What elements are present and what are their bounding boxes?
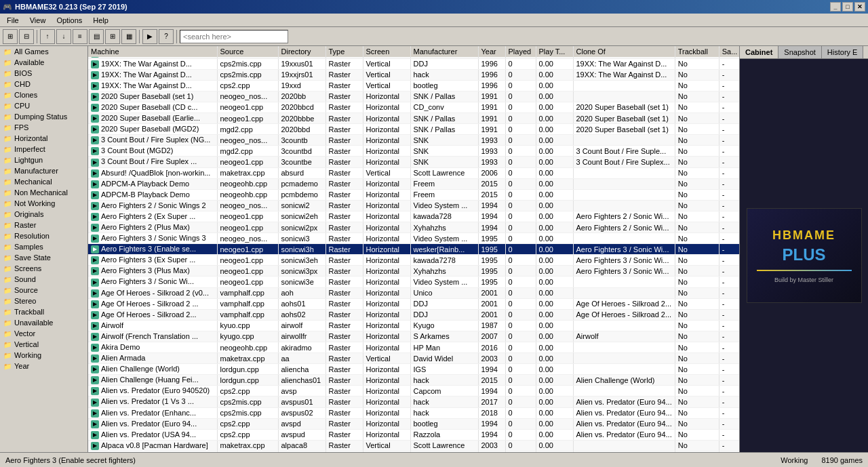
table-row[interactable]: ▶19XX: The War Against D...cps2mis.cpp19… (88, 69, 739, 80)
table-row[interactable]: ▶2020 Super Baseball (Earlie...neogeo1.c… (88, 113, 739, 124)
table-row[interactable]: ▶3 Count Bout / Fire Suplex ...neogeo1.c… (88, 157, 739, 167)
table-row[interactable]: ▶Aero Fighters 2 (Plus Max)neogeo1.cppso… (88, 222, 739, 232)
toolbar-btn-8[interactable]: ▦ (121, 29, 136, 44)
maximize-button[interactable]: □ (842, 2, 853, 12)
table-row[interactable]: ▶ADPCM-B Playback Demoneogeohb.cpppcmbde… (88, 189, 739, 200)
sidebar-item-trackball[interactable]: 📁 Trackball (0, 306, 87, 317)
table-row[interactable]: ▶2020 Super Baseball (CD c...neogeo1.cpp… (88, 102, 739, 113)
sidebar-item-horizontal[interactable]: 📁 Horizontal (0, 133, 87, 144)
table-row[interactable]: ▶Aero Fighters 3 (Ex Super ...neogeo1.cp… (88, 255, 739, 266)
toolbar-play-btn[interactable]: ▶ (142, 29, 157, 44)
sidebar-item-manufacturer[interactable]: 📁 Manufacturer (0, 165, 87, 176)
table-row[interactable]: ▶Alien Challenge (World)lordgun.cppalien… (88, 364, 739, 375)
sidebar-item-available[interactable]: 📁 Available (0, 57, 87, 68)
col-header-sa[interactable]: Sa... (719, 46, 739, 58)
toolbar-btn-6[interactable]: ▤ (89, 29, 104, 44)
table-row[interactable]: ▶Alien Armadamaketrax.cppaaRasterVertica… (88, 353, 739, 364)
sidebar-item-not-working[interactable]: 📁 Not Working (0, 198, 87, 209)
toolbar-btn-2[interactable]: ⊟ (19, 29, 34, 44)
table-row[interactable]: ▶3 Count Bout / Fire Suplex (NG...neogeo… (88, 135, 739, 146)
sidebar-item-stereo[interactable]: 📁 Stereo (0, 296, 87, 306)
sidebar-item-vector[interactable]: 📁 Vector (0, 328, 87, 339)
table-row[interactable]: ▶2020 Super Baseball (MGD2)mgd2.cpp2020b… (88, 124, 739, 135)
col-header-machine[interactable]: Machine (88, 46, 217, 58)
tab-cabinet[interactable]: Cabinet (740, 46, 778, 58)
table-row[interactable]: ▶Aero Fighters 3 (Enable se...neogeo1.cp… (88, 244, 739, 255)
toolbar-btn-4[interactable]: ↓ (56, 29, 71, 44)
table-row[interactable]: ▶Alien vs. Predator (Euro 940520)cps2.cp… (88, 386, 739, 397)
table-row[interactable]: ▶Aero Fighters 3 (Plus Max)neogeo1.cppso… (88, 266, 739, 277)
table-row[interactable]: ▶Alpaca v0.7 [Pacman Hard...maketrax.cpp… (88, 451, 739, 452)
sidebar-item-clones[interactable]: 📁 Clones (0, 89, 87, 100)
col-header-directory[interactable]: Directory (278, 46, 326, 58)
table-row[interactable]: ▶ADPCM-A Playback Demoneogeohb.cpppcmade… (88, 178, 739, 189)
search-input[interactable] (180, 30, 288, 43)
menu-help[interactable]: Help (87, 15, 114, 26)
sidebar-item-originals[interactable]: 📁 Originals (0, 209, 87, 220)
toolbar-btn-3[interactable]: ↑ (40, 29, 55, 44)
sidebar-item-working[interactable]: 📁 Working (0, 350, 87, 361)
sidebar-item-raster[interactable]: 📁 Raster (0, 220, 87, 230)
menu-options[interactable]: Options (51, 15, 87, 26)
col-header-type[interactable]: Type (326, 46, 363, 58)
table-row[interactable]: ▶Alien vs. Predator (Euro 94...cps2.cppa… (88, 418, 739, 429)
col-header-screen[interactable]: Screen (363, 46, 410, 58)
sidebar-item-screens[interactable]: 📁 Screens (0, 263, 87, 274)
toolbar-btn-1[interactable]: ⊞ (3, 29, 18, 44)
table-row[interactable]: ▶Absurd! /QuadBlok [non-workin...maketra… (88, 167, 739, 178)
close-button[interactable]: ✕ (854, 2, 865, 12)
tab-history[interactable]: History E (822, 46, 864, 58)
table-row[interactable]: ▶Aero Fighters 3 / Sonic Wings 3neogeo_n… (88, 233, 739, 244)
sidebar-item-save-state[interactable]: 📁 Save State (0, 252, 87, 263)
menu-file[interactable]: File (1, 15, 24, 26)
game-table-container[interactable]: Machine Source Directory Type Screen Man… (88, 46, 739, 452)
sidebar-item-source[interactable]: 📁 Source (0, 285, 87, 296)
table-row[interactable]: ▶Aero Fighters 2 (Ex Super ...neogeo1.cp… (88, 211, 739, 222)
col-header-source[interactable]: Source (217, 46, 278, 58)
table-row[interactable]: ▶Alien vs. Predator (USA 94...cps2.cppav… (88, 429, 739, 440)
table-row[interactable]: ▶Airwolfkyuo.cppairwolfRasterHorizontalK… (88, 320, 739, 331)
sidebar-item-all-games[interactable]: 📁 All Games (0, 46, 87, 57)
table-row[interactable]: ▶Aero Fighters 2 / Sonic Wings 2neogeo_n… (88, 200, 739, 211)
sidebar-item-year[interactable]: 📁 Year (0, 361, 87, 371)
col-header-played[interactable]: Played (505, 46, 536, 58)
sidebar-item-chd[interactable]: 📁 CHD (0, 79, 87, 89)
sidebar-item-imperfect[interactable]: 📁 Imperfect (0, 144, 87, 155)
toolbar-settings-btn[interactable]: ? (159, 29, 174, 44)
col-header-year[interactable]: Year (478, 46, 505, 58)
col-header-manufacturer[interactable]: Manufacturer (410, 46, 478, 58)
toolbar-btn-5[interactable]: ≡ (73, 29, 87, 44)
sidebar-item-sound[interactable]: 📁 Sound (0, 274, 87, 285)
table-row[interactable]: ▶Alien vs. Predator (1 Vs 3 ...cps2mis.c… (88, 397, 739, 407)
minimize-button[interactable]: _ (830, 2, 841, 12)
sidebar-item-lightgun[interactable]: 📁 Lightgun (0, 155, 87, 165)
table-row[interactable]: ▶19XX: The War Against D...cps2.cpp19xxd… (88, 80, 739, 91)
sidebar-item-samples[interactable]: 📁 Samples (0, 241, 87, 252)
menu-view[interactable]: View (24, 15, 52, 26)
sidebar-item-bios[interactable]: 📁 BIOS (0, 68, 87, 79)
sidebar-item-cpu[interactable]: 📁 CPU (0, 100, 87, 111)
table-row[interactable]: ▶2020 Super Baseball (set 1)neogeo_nos..… (88, 91, 739, 102)
sidebar-item-fps[interactable]: 📁 FPS (0, 122, 87, 133)
table-row[interactable]: ▶3 Count Bout (MGD2)mgd2.cpp3countbdRast… (88, 146, 739, 157)
table-row[interactable]: ▶Age Of Heroes - Silkroad 2 (v0...vampha… (88, 287, 739, 298)
sidebar-item-mechanical[interactable]: 📁 Mechanical (0, 176, 87, 187)
table-row[interactable]: ▶Age Of Heroes - Silkroad 2 ...vamphalf.… (88, 298, 739, 309)
table-row[interactable]: ▶Alien Challenge (Huang Fei...lordgun.cp… (88, 375, 739, 386)
col-header-trackball[interactable]: Trackball (675, 46, 719, 58)
tab-snapshot[interactable]: Snapshot (778, 46, 821, 58)
table-row[interactable]: ▶Airwolf (French Translation ...kyugo.cp… (88, 331, 739, 342)
toolbar-btn-7[interactable]: ⊞ (105, 29, 120, 44)
sidebar-item-vertical[interactable]: 📁 Vertical (0, 339, 87, 350)
sidebar-item-dumping-status[interactable]: 📁 Dumping Status (0, 111, 87, 122)
table-row[interactable]: ▶19XX: The War Against D...cps2mis.cpp19… (88, 58, 739, 69)
table-row[interactable]: ▶Alpaca v0.8 [Pacman Hardware]maketrax.c… (88, 440, 739, 451)
table-row[interactable]: ▶Aero Fighters 3 / Sonic Wi...neogeo1.cp… (88, 277, 739, 287)
col-header-playtime[interactable]: Play T... (536, 46, 573, 58)
sidebar-item-unavailable[interactable]: 📁 Unavailable (0, 317, 87, 328)
sidebar-item-resolution[interactable]: 📁 Resolution (0, 230, 87, 241)
table-row[interactable]: ▶Age Of Heroes - Silkroad 2...vamphalf.c… (88, 309, 739, 320)
table-row[interactable]: ▶Akira Demoneogeohb.cppakiradmoRasterHor… (88, 342, 739, 353)
table-row[interactable]: ▶Alien vs. Predator (Enhanc...cps2mis.cp… (88, 407, 739, 418)
sidebar-item-non-mechanical[interactable]: 📁 Non Mechanical (0, 187, 87, 198)
